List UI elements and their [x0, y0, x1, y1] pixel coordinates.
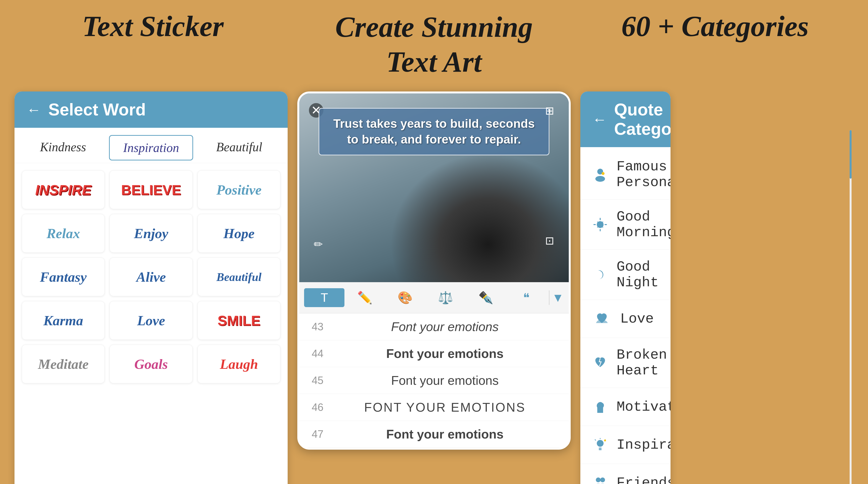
sticker-hope[interactable]: Hope [197, 214, 280, 253]
svg-rect-7 [599, 448, 601, 449]
sticker-fantasy[interactable]: Fantasy [22, 257, 105, 296]
category-good-morning[interactable]: Good Morning [580, 200, 671, 250]
chip-kindness[interactable]: Kindness [22, 135, 104, 161]
sticker-meditate-label: Meditate [38, 356, 89, 372]
toolbar-palette-icon[interactable]: 🎨 [385, 288, 426, 307]
sticker-enjoy[interactable]: Enjoy [110, 214, 192, 253]
svg-line-10 [595, 439, 596, 440]
broken-heart-icon [592, 353, 608, 372]
toolbar-balance-icon[interactable]: ⚖️ [426, 288, 466, 307]
font-number-43: 43 [309, 321, 323, 333]
font-number-44: 44 [309, 347, 323, 360]
resize-handle-bottomright[interactable]: ⊡ [545, 234, 554, 247]
right-back-arrow-icon[interactable]: ← [592, 111, 607, 128]
category-inspiration[interactable]: Inspiration [580, 426, 671, 464]
right-header: 60 + Categories [577, 10, 854, 43]
sticker-believe-label: BELIEVE [121, 182, 181, 198]
categories-title: Quote Categories [614, 100, 671, 139]
sticker-fantasy-label: Fantasy [40, 269, 87, 285]
sticker-inspire[interactable]: INSPIRE [22, 170, 105, 209]
good-morning-label: Good Morning [617, 209, 671, 240]
toolbar-quote-icon[interactable]: ❝ [506, 288, 547, 307]
inspiration-label: Inspiration [617, 437, 671, 453]
famous-personality-label: Famous Personality [617, 159, 671, 190]
sticker-beautiful2[interactable]: Beautiful [197, 257, 280, 296]
svg-point-12 [604, 439, 606, 442]
font-row-46[interactable]: 46 FONT YOUR EMOTIONS [299, 394, 568, 421]
chip-beautiful[interactable]: Beautiful [198, 135, 280, 161]
category-broken-heart[interactable]: Broken Heart [580, 338, 671, 388]
sticker-believe[interactable]: BELIEVE [110, 170, 192, 209]
font-row-45[interactable]: 45 Font your emotions [299, 367, 568, 394]
font-row-47[interactable]: 47 Font your emotions [299, 421, 568, 448]
chip-kindness-label: Kindness [40, 140, 86, 154]
friends-label: Friends [617, 475, 671, 484]
good-morning-icon [592, 215, 608, 234]
toolbar-more-icon[interactable]: ▼ [552, 291, 564, 305]
sticker-smile-label: SMILE [218, 312, 260, 329]
sticker-goals-label: Goals [134, 356, 168, 372]
chip-inspiration[interactable]: Inspiration [109, 135, 193, 161]
sticker-goals[interactable]: Goals [110, 345, 192, 383]
sticker-positive-label: Positive [216, 182, 261, 198]
font-list: 43 Font your emotions 44 Font your emoti… [299, 313, 568, 448]
broken-heart-label: Broken Heart [617, 347, 667, 378]
motivational-label: Motivational [617, 399, 671, 415]
sticker-beautiful-label: Beautiful [216, 270, 261, 284]
font-row-44[interactable]: 44 Font your emotions [299, 340, 568, 367]
category-friends[interactable]: Friends [580, 464, 671, 484]
mid-header: Create Stunning Text Art [296, 10, 572, 79]
sticker-meditate[interactable]: Meditate [22, 345, 105, 383]
resize-handle-topright[interactable]: ⊞ [545, 104, 554, 117]
svg-point-14 [600, 478, 605, 482]
right-panel: ← Quote Categories ★ Famou [580, 91, 671, 484]
inspiration-icon [592, 435, 608, 454]
back-arrow-icon[interactable]: ← [27, 102, 41, 118]
chip-inspiration-label: Inspiration [123, 141, 179, 154]
main-container: Text Sticker Create Stunning Text Art 60… [0, 0, 868, 484]
quote-text: Trust takes years to build, seconds to b… [329, 116, 539, 147]
scrollbar-thumb [849, 130, 851, 179]
sticker-relax[interactable]: Relax [22, 214, 105, 253]
mid-panel: ✕ Trust takes years to build, seconds to… [297, 91, 570, 484]
sticker-enjoy-label: Enjoy [134, 225, 168, 241]
font-sample-44: Font your emotions [331, 346, 559, 361]
love-icon [592, 309, 612, 329]
headers-row: Text Sticker Create Stunning Text Art 60… [14, 10, 854, 79]
sticker-love-label: Love [137, 312, 165, 329]
toolbar-text-icon[interactable]: T [304, 288, 344, 307]
sticker-alive[interactable]: Alive [110, 257, 192, 296]
left-header: Text Sticker [14, 10, 291, 43]
category-motivational[interactable]: Motivational [580, 388, 671, 426]
edit-handle[interactable]: ✏ [314, 238, 323, 251]
svg-point-6 [597, 440, 603, 447]
category-love[interactable]: Love [580, 300, 671, 338]
quote-sticker[interactable]: Trust takes years to build, seconds to b… [318, 108, 549, 155]
font-row-43[interactable]: 43 Font your emotions [299, 313, 568, 340]
svg-text:★: ★ [602, 173, 604, 175]
select-word-title: Select Word [48, 100, 146, 119]
left-panel-header: ← Select Word [14, 91, 288, 128]
font-sample-45: Font your emotions [331, 373, 559, 388]
mid-header-line2: Text Art [386, 46, 482, 78]
toolbar-pen-icon[interactable]: ✒️ [466, 288, 506, 307]
toolbar-brush-icon[interactable]: ✏️ [344, 288, 385, 307]
scrollbar[interactable] [849, 130, 851, 484]
sticker-positive[interactable]: Positive [197, 170, 280, 209]
sticker-love[interactable]: Love [110, 301, 192, 340]
word-selector-row: Kindness Inspiration Beautiful [14, 128, 288, 163]
sticker-karma[interactable]: Karma [22, 301, 105, 340]
sticker-hope-label: Hope [223, 225, 254, 241]
svg-point-1 [595, 176, 605, 182]
sticker-smile[interactable]: SMILE [197, 301, 280, 340]
font-sample-43: Font your emotions [331, 319, 559, 334]
font-number-47: 47 [309, 428, 323, 440]
sticker-laugh-label: Laugh [220, 356, 258, 372]
phone-image-area: ✕ Trust takes years to build, seconds to… [299, 93, 568, 282]
sticker-inspire-label: INSPIRE [35, 182, 91, 198]
category-good-night[interactable]: Good Night [580, 250, 671, 300]
font-sample-47: Font your emotions [331, 427, 559, 442]
toolbar-area: T ✏️ 🎨 ⚖️ ✒️ ❝ ▼ [299, 282, 568, 313]
category-famous-personality[interactable]: ★ Famous Personality [580, 149, 671, 200]
sticker-laugh[interactable]: Laugh [197, 345, 280, 383]
